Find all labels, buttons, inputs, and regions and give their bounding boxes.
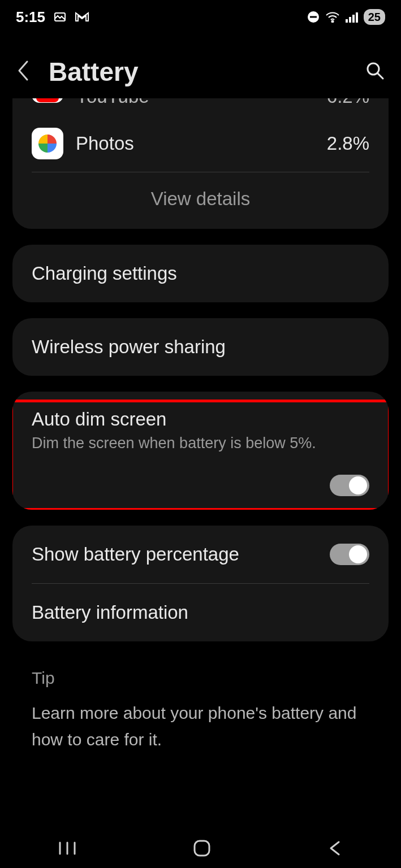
auto-dim-toggle[interactable] — [330, 475, 369, 496]
auto-dim-subtitle: Dim the screen when battery is below 5%. — [32, 435, 369, 452]
svg-point-3 — [331, 21, 333, 23]
charging-settings-label: Charging settings — [12, 245, 389, 302]
svg-rect-2 — [310, 16, 317, 18]
navigation-bar — [0, 831, 401, 868]
back-nav-button[interactable] — [311, 834, 360, 865]
charging-settings-card[interactable]: Charging settings — [12, 245, 389, 302]
show-battery-percentage-label: Show battery percentage — [32, 544, 239, 565]
app-name-label: Photos — [76, 133, 314, 154]
recents-button[interactable] — [41, 835, 94, 864]
signal-icon — [346, 11, 358, 23]
tip-body: Learn more about your phone's battery an… — [32, 700, 369, 753]
picture-icon — [53, 10, 67, 24]
app-name-label: YouTube — [76, 98, 314, 107]
usage-row-youtube[interactable]: YouTube 6.2% — [12, 98, 389, 115]
battery-extras-card: Show battery percentage Battery informat… — [12, 526, 389, 641]
view-details-button[interactable]: View details — [12, 172, 389, 229]
back-button[interactable] — [16, 58, 32, 85]
dnd-icon — [307, 11, 320, 23]
usage-row-photos[interactable]: Photos 2.8% — [12, 115, 389, 172]
page-title: Battery — [49, 57, 348, 87]
svg-rect-9 — [195, 841, 209, 856]
battery-information-label: Battery information — [32, 602, 188, 623]
svg-rect-5 — [36, 98, 59, 102]
page-header: Battery — [0, 34, 401, 104]
search-button[interactable] — [365, 60, 385, 83]
wireless-power-sharing-card[interactable]: Wireless power sharing — [12, 318, 389, 376]
show-battery-percentage-row[interactable]: Show battery percentage — [12, 526, 389, 583]
status-time: 5:15 — [16, 8, 45, 26]
battery-information-row[interactable]: Battery information — [12, 584, 389, 641]
app-pct-label: 2.8% — [327, 133, 369, 154]
tip-title: Tip — [32, 669, 369, 688]
wifi-icon — [325, 11, 340, 23]
show-battery-percentage-toggle[interactable] — [330, 544, 369, 565]
auto-dim-title: Auto dim screen — [32, 409, 369, 430]
status-bar: 5:15 25 — [0, 0, 401, 34]
youtube-icon — [32, 98, 63, 103]
usage-card: YouTube 6.2% Photos 2.8% View details — [12, 98, 389, 229]
auto-dim-card[interactable]: Auto dim screen Dim the screen when batt… — [12, 392, 389, 510]
home-button[interactable] — [175, 833, 228, 866]
tip-section: Tip Learn more about your phone's batter… — [12, 657, 389, 758]
battery-pill: 25 — [364, 9, 385, 25]
app-pct-label: 6.2% — [327, 98, 369, 107]
photos-icon — [32, 128, 63, 159]
gmail-icon — [75, 11, 89, 23]
wireless-power-sharing-label: Wireless power sharing — [12, 318, 389, 376]
